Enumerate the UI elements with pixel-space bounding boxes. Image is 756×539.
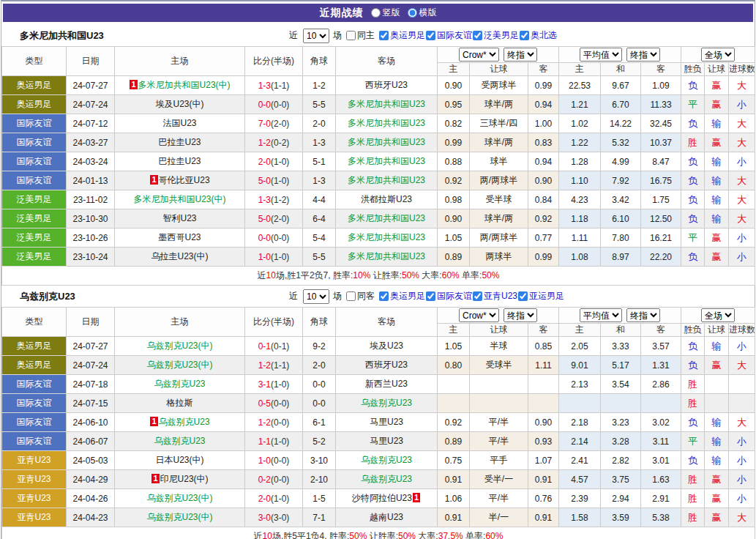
- red-card-badge: 1: [150, 175, 157, 185]
- same-venue-filter[interactable]: 同客: [345, 290, 376, 302]
- home-team-name: 格拉斯: [167, 398, 193, 408]
- match-date: 24-05-03: [67, 451, 115, 470]
- match-count-select[interactable]: 10: [303, 29, 329, 43]
- match-date: 23-11-02: [67, 190, 115, 209]
- league-filter-checkbox[interactable]: [379, 291, 389, 301]
- handicap-away-odds: 0.99: [528, 76, 559, 95]
- layout-option-vertical[interactable]: 竖版: [371, 7, 400, 19]
- handicap-home-odds: 0.91: [438, 470, 470, 489]
- match-date: 24-04-29: [67, 470, 115, 489]
- home-team-name: 墨西哥U23: [158, 232, 201, 242]
- avg-home-odds: 1.21: [559, 95, 601, 114]
- away-team-name: 沙特阿拉伯U23: [352, 493, 412, 503]
- fulltime-score: 1-2: [258, 138, 271, 148]
- col-corner: 角球: [303, 47, 336, 76]
- bookmaker-select[interactable]: Crow*: [459, 308, 499, 322]
- league-filter-checkbox[interactable]: [518, 291, 528, 301]
- fulltime-score: 3-0: [258, 513, 271, 523]
- horizontal-radio[interactable]: [408, 8, 417, 18]
- corner-cell: 4-4: [303, 190, 336, 209]
- bookmaker-select[interactable]: Crow*: [459, 48, 499, 62]
- filter-row: 乌兹别克U23 近 10 场 同客 奥运男足国际友谊亚青U23亚运男足: [1, 286, 755, 307]
- handicap-home-odds: 0.89: [438, 248, 470, 267]
- col-avg-draw: 和: [601, 324, 641, 337]
- league-filter-label: 亚运男足: [529, 290, 564, 302]
- result-handicap: 输: [705, 209, 729, 228]
- league-filter[interactable]: 国际友谊: [425, 29, 472, 42]
- league-filter-checkbox[interactable]: [379, 31, 389, 40]
- match-type-badge: 奥运男足: [2, 356, 67, 375]
- corner-cell: 5-1: [303, 152, 336, 171]
- results-table: 类型 日期 主场 比分(半场) 角球 客场 Crow*终指 平均值终指 全场: [1, 307, 755, 539]
- halftime-score: (0-0): [271, 100, 289, 110]
- same-venue-checkbox[interactable]: [346, 291, 356, 301]
- result-goals: 大: [729, 133, 755, 152]
- league-filter-checkbox[interactable]: [426, 291, 435, 301]
- corner-cell: 9-2: [303, 337, 336, 356]
- handicap-home-odds: 1.05: [438, 228, 470, 248]
- match-type-badge: 亚青U23: [2, 508, 67, 527]
- match-date: 24-04-26: [67, 489, 115, 508]
- avg-away-odds: 3.11: [641, 432, 681, 451]
- scope-select[interactable]: 全场: [701, 308, 735, 322]
- avg-home-odds: 4.57: [559, 470, 601, 489]
- home-team-name: 多米尼加共和国U23(中): [133, 194, 225, 204]
- score-cell: 3-1(1-0): [245, 375, 303, 394]
- handicap-away-odds: 0.77: [528, 228, 559, 248]
- league-filter[interactable]: 亚青U23: [472, 290, 517, 302]
- red-card-badge: 1: [150, 417, 157, 426]
- table-header: 类型 日期 主场 比分(半场) 角球 客场 Crow*终指 平均值终指 全场: [2, 308, 755, 337]
- fulltime-score: 2-0: [258, 494, 271, 504]
- vertical-radio[interactable]: [371, 8, 381, 18]
- result-wdl: 负: [681, 171, 705, 190]
- league-filter[interactable]: 奥运男足: [378, 290, 425, 302]
- league-filter-checkbox[interactable]: [520, 31, 529, 40]
- home-team-cell: 1哥伦比亚U23: [115, 171, 245, 190]
- handicap-away-odds: [528, 394, 559, 413]
- match-type-badge: 国际友谊: [2, 432, 67, 451]
- halftime-score: (1-1): [271, 81, 289, 91]
- league-filters: 奥运男足国际友谊泛美男足奥北选: [378, 29, 557, 42]
- league-filter-checkbox[interactable]: [473, 291, 482, 301]
- layout-option-horizontal[interactable]: 横版: [408, 7, 437, 19]
- league-filter[interactable]: 奥运男足: [378, 29, 425, 42]
- match-date: 23-10-26: [67, 228, 115, 248]
- average-select[interactable]: 平均值: [580, 48, 622, 62]
- avg-draw-odds: 7.80: [601, 228, 641, 248]
- handicap-home-odds: 0.92: [438, 413, 470, 432]
- avg-draw-odds: 5.17: [601, 356, 641, 375]
- avg-stage-select[interactable]: 终指: [626, 308, 660, 322]
- same-venue-checkbox[interactable]: [346, 31, 356, 40]
- league-filter[interactable]: 泛美男足: [472, 29, 519, 42]
- match-count-select[interactable]: 10: [303, 289, 329, 304]
- corner-cell: 1-2: [303, 76, 336, 95]
- result-wdl: 负: [681, 152, 705, 171]
- halftime-score: (0-0): [271, 417, 289, 428]
- score-cell: 1-1(1-0): [245, 432, 303, 451]
- handicap-line: 受半/一: [470, 470, 528, 489]
- avg-stage-select[interactable]: 终指: [626, 48, 660, 62]
- away-team-name: 新西兰U23: [365, 379, 408, 389]
- match-type-badge: 国际友谊: [2, 375, 67, 394]
- handicap-line: 受球半: [470, 356, 528, 375]
- league-filter[interactable]: 奥北选: [519, 29, 557, 42]
- result-goals: 大: [729, 508, 755, 527]
- league-filter-checkbox[interactable]: [426, 31, 435, 40]
- fulltime-score: 0-5: [258, 398, 271, 409]
- average-select[interactable]: 平均值: [580, 308, 622, 322]
- halftime-score: (1-0): [271, 379, 289, 390]
- league-filter-checkbox[interactable]: [473, 31, 482, 40]
- league-filter[interactable]: 亚运男足: [517, 290, 564, 302]
- handicap-away-odds: 0.84: [528, 190, 559, 209]
- bookmaker-select-cell: Crow*终指: [438, 308, 559, 324]
- odds-stage-select[interactable]: 终指: [504, 48, 537, 62]
- away-team-cell: 埃及U23: [336, 337, 438, 356]
- col-score: 比分(半场): [245, 308, 303, 337]
- league-filter[interactable]: 国际友谊: [425, 290, 472, 302]
- away-team-name: 多米尼加共和国U23: [348, 118, 425, 128]
- result-goals: 小: [729, 95, 755, 114]
- odds-stage-select[interactable]: 终指: [504, 308, 537, 322]
- match-type-badge: 泛美男足: [2, 248, 67, 267]
- same-venue-filter[interactable]: 同主: [345, 29, 376, 42]
- scope-select[interactable]: 全场: [701, 48, 735, 62]
